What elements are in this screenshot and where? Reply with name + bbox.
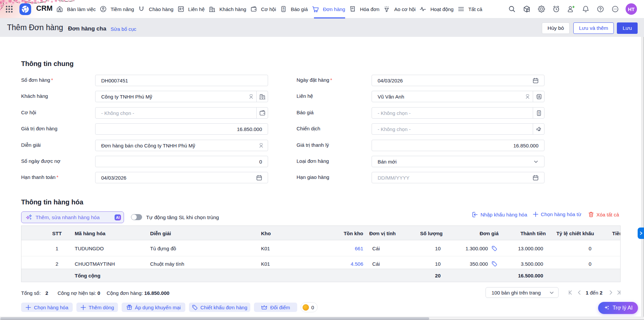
- svg-text:$: $: [282, 7, 284, 10]
- svg-text:$: $: [538, 111, 540, 114]
